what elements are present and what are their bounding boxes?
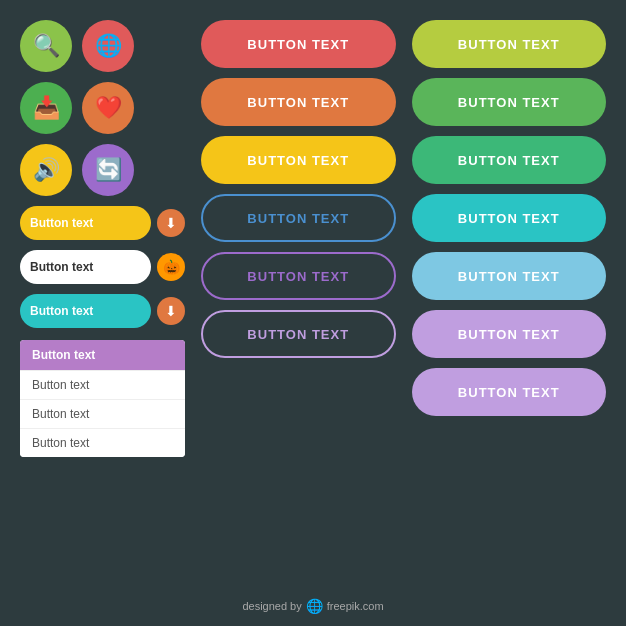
dropdown-item-3[interactable]: Button text: [20, 428, 185, 457]
refresh-icon[interactable]: 🔄: [82, 144, 134, 196]
download-icon[interactable]: 📥: [20, 82, 72, 134]
purple-solid-button[interactable]: BUTTON TEXT: [412, 310, 607, 358]
small-btn-row-2: Button text 🎃: [20, 250, 185, 284]
dropdown-item-1[interactable]: Button text: [20, 370, 185, 399]
dropdown-header[interactable]: Button text: [20, 340, 185, 370]
small-btn-row-1: Button text ⬇: [20, 206, 185, 240]
volume-icon[interactable]: 🔊: [20, 144, 72, 196]
yellow-button[interactable]: BUTTON TEXT: [201, 136, 396, 184]
search-icon[interactable]: 🔍: [20, 20, 72, 72]
icon-row-1: 🔍 🌐: [20, 20, 185, 72]
small-btn-row-3: Button text ⬇: [20, 294, 185, 328]
yellow-small-button[interactable]: Button text: [20, 206, 151, 240]
footer: designed by 🌐 freepik.com: [0, 598, 626, 614]
green-bright-button[interactable]: BUTTON TEXT: [412, 136, 607, 184]
green-medium-button[interactable]: BUTTON TEXT: [412, 78, 607, 126]
download-small-icon-2[interactable]: ⬇: [157, 297, 185, 325]
right-column: BUTTON TEXT BUTTON TEXT BUTTON TEXT BUTT…: [412, 20, 607, 606]
main-container: 🔍 🌐 📥 ❤️ 🔊 🔄 Button text ⬇ Button text 🎃: [0, 0, 626, 626]
pumpkin-icon[interactable]: 🎃: [157, 253, 185, 281]
teal-small-button[interactable]: Button text: [20, 294, 151, 328]
footer-icon: 🌐: [306, 598, 323, 614]
green-light-button[interactable]: BUTTON TEXT: [412, 20, 607, 68]
icon-row-3: 🔊 🔄: [20, 144, 185, 196]
lavender-button[interactable]: BUTTON TEXT: [412, 368, 607, 416]
blue-light-button[interactable]: BUTTON TEXT: [412, 252, 607, 300]
yellow-btn-label: Button text: [30, 216, 93, 230]
blue-outline-button[interactable]: BUTTON TEXT: [201, 194, 396, 242]
globe-icon[interactable]: 🌐: [82, 20, 134, 72]
footer-link[interactable]: freepik.com: [327, 600, 384, 612]
teal-button[interactable]: BUTTON TEXT: [412, 194, 607, 242]
teal-btn-label: Button text: [30, 304, 93, 318]
dropdown-item-2[interactable]: Button text: [20, 399, 185, 428]
download-small-icon[interactable]: ⬇: [157, 209, 185, 237]
red-button[interactable]: BUTTON TEXT: [201, 20, 396, 68]
left-column: 🔍 🌐 📥 ❤️ 🔊 🔄 Button text ⬇ Button text 🎃: [20, 20, 185, 606]
middle-column: BUTTON TEXT BUTTON TEXT BUTTON TEXT BUTT…: [201, 20, 396, 606]
white-btn-label: Button text: [30, 260, 93, 274]
white-small-button[interactable]: Button text: [20, 250, 151, 284]
icon-row-2: 📥 ❤️: [20, 82, 185, 134]
heart-icon[interactable]: ❤️: [82, 82, 134, 134]
purple-outline-button-2[interactable]: BUTTON TEXT: [201, 310, 396, 358]
dropdown-list: Button text Button text Button text Butt…: [20, 340, 185, 457]
footer-text: designed by: [242, 600, 301, 612]
orange-button[interactable]: BUTTON TEXT: [201, 78, 396, 126]
purple-outline-button[interactable]: BUTTON TEXT: [201, 252, 396, 300]
